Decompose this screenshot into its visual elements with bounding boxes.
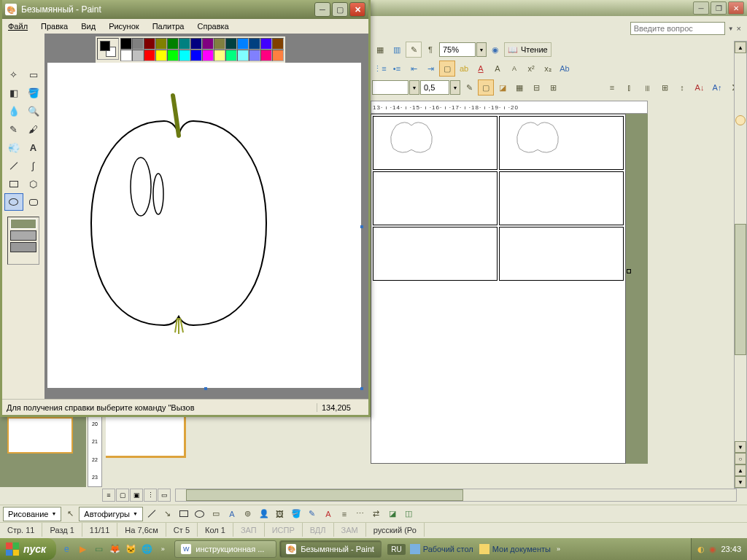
color-swatch[interactable] [214, 50, 225, 61]
ql-app-icon[interactable]: 🐱 [123, 542, 138, 556]
help-icon[interactable]: ◉ [487, 42, 503, 58]
dropdown-icon[interactable]: ▼ [728, 26, 734, 32]
help-close-icon[interactable]: × [737, 24, 741, 33]
color-swatch[interactable] [132, 38, 144, 50]
foreground-color[interactable] [100, 41, 110, 51]
distribute-rows-icon[interactable]: ⫿ [622, 79, 638, 96]
color-swatch[interactable] [225, 50, 237, 61]
border-color-icon[interactable]: ✎ [461, 79, 477, 96]
distribute-cols-icon[interactable]: ⫼ [639, 79, 655, 96]
status-ext[interactable]: ВДЛ [303, 523, 334, 537]
color-swatch[interactable] [260, 50, 272, 61]
color-swatch[interactable] [167, 38, 179, 50]
text-direction-icon[interactable]: ↕ [674, 79, 690, 96]
color-swatch[interactable] [214, 38, 225, 50]
mydocs-link[interactable]: Мои документы [479, 544, 551, 554]
curve-icon[interactable]: ∫ [24, 157, 43, 174]
table-resize-handle[interactable] [627, 269, 631, 273]
word-horizontal-ruler[interactable]: 13· ı ·14· ı ·15· ı ·16· ı ·17· ı ·18· ı… [371, 101, 648, 114]
align-cells-icon[interactable]: ≡ [604, 79, 620, 96]
reading-view-icon[interactable]: ▭ [158, 489, 171, 502]
word-restore-button[interactable]: ❐ [711, 1, 727, 15]
line-weight-field[interactable]: 0,5 [420, 80, 449, 95]
drawing-icon[interactable]: ✎ [406, 42, 422, 58]
airbrush-icon[interactable]: 💨 [4, 139, 23, 156]
select-objects-icon[interactable]: ↖ [63, 507, 77, 521]
bullets-icon[interactable]: •≡ [389, 61, 405, 77]
color-swatch[interactable] [190, 50, 202, 61]
color-swatch[interactable] [237, 38, 249, 50]
word-page[interactable] [371, 114, 626, 464]
color-swatch[interactable] [260, 38, 272, 50]
picker-icon[interactable]: 💧 [4, 102, 23, 120]
color-swatch[interactable] [237, 50, 249, 61]
paint-close-button[interactable]: ✕ [349, 2, 365, 17]
line-color-icon[interactable]: ✎ [305, 507, 320, 521]
columns-icon[interactable]: ▥ [389, 42, 405, 58]
color-swatch[interactable] [179, 38, 190, 50]
change-case-icon[interactable]: Ab [557, 61, 573, 77]
arrow-icon[interactable]: ↘ [160, 507, 175, 521]
word-minimize-button[interactable]: ─ [693, 1, 709, 15]
freeform-select-icon[interactable]: ✧ [4, 66, 23, 83]
word-horizontal-scrollbar[interactable] [175, 489, 737, 502]
word-vertical-ruler[interactable]: 20212223 [88, 414, 102, 487]
grow-font-icon[interactable]: A [489, 61, 506, 77]
fill-icon[interactable]: 🪣 [24, 84, 43, 101]
shadow-icon[interactable]: ◪ [385, 507, 400, 521]
diagram-icon[interactable]: ⊚ [241, 507, 255, 521]
color-swatch[interactable] [120, 38, 132, 50]
borders-icon[interactable]: ▢ [439, 61, 455, 77]
menu-help[interactable]: Справка [195, 20, 232, 32]
status-ovr[interactable]: ЗАМ [334, 523, 366, 537]
word-vertical-scrollbar[interactable]: ▲ ▼ ○ ▲ ▼ [734, 41, 747, 489]
pencil-icon[interactable]: ✎ [4, 120, 23, 138]
rounded-rect-icon[interactable] [24, 193, 43, 211]
shrink-font-icon[interactable]: A [506, 61, 522, 77]
fg-bg-colors[interactable] [97, 38, 119, 60]
text-icon[interactable]: A [24, 139, 43, 156]
ie-icon[interactable]: e [59, 542, 74, 556]
paragraph-icon[interactable]: ¶ [422, 42, 438, 58]
color-swatch[interactable] [202, 50, 214, 61]
insert-table-icon[interactable]: ▦ [511, 79, 527, 96]
color-swatch[interactable] [155, 50, 167, 61]
menu-edit[interactable]: Правка [38, 20, 71, 32]
line-icon[interactable] [4, 157, 23, 174]
color-swatch[interactable] [155, 38, 167, 50]
system-clock[interactable]: 23:43 [721, 545, 741, 553]
side-smart-tags[interactable] [735, 115, 746, 125]
merge-cells-icon[interactable]: ⊟ [528, 79, 544, 96]
decrease-indent-icon[interactable]: ⇤ [406, 61, 422, 77]
color-swatch[interactable] [179, 50, 190, 61]
ellipse-icon[interactable] [4, 193, 23, 211]
color-swatch[interactable] [190, 38, 202, 50]
web-view-icon[interactable]: ▢ [116, 489, 129, 502]
tables-borders-icon[interactable]: ▦ [372, 42, 388, 58]
line-style-icon[interactable]: ≡ [337, 507, 352, 521]
print-view-icon[interactable]: ▣ [130, 489, 143, 502]
rect-icon[interactable] [4, 175, 23, 192]
status-lang[interactable]: русский (Ро [366, 523, 425, 537]
color-swatch[interactable] [225, 38, 237, 50]
wordart-icon[interactable]: A [225, 507, 239, 521]
picture-icon[interactable]: 🖼 [273, 507, 287, 521]
fill-color-icon[interactable]: 🪣 [289, 507, 303, 521]
brush-icon[interactable]: 🖌 [24, 120, 43, 138]
start-button[interactable]: пуск [0, 538, 56, 560]
menu-view[interactable]: Вид [78, 20, 98, 32]
increase-indent-icon[interactable]: ⇥ [422, 61, 438, 77]
color-swatch[interactable] [144, 50, 155, 61]
taskbar-item-word[interactable]: W инструкционная ... [174, 540, 276, 558]
taskbar-item-paint[interactable]: 🎨 Безымянный - Paint [279, 540, 382, 558]
3d-icon[interactable]: ◫ [401, 507, 416, 521]
normal-view-icon[interactable]: ≡ [102, 489, 115, 502]
show-desktop-icon[interactable]: ▭ [91, 542, 106, 556]
magnifier-icon[interactable]: 🔍 [24, 102, 43, 120]
drawing-menu-button[interactable]: Рисование▼ [3, 507, 61, 521]
color-swatch[interactable] [144, 38, 155, 50]
subscript-icon[interactable]: x₂ [540, 61, 556, 77]
sort-desc-icon[interactable]: A↑ [709, 79, 725, 96]
rect-select-icon[interactable]: ▭ [24, 66, 43, 83]
oval-icon[interactable] [193, 507, 207, 521]
